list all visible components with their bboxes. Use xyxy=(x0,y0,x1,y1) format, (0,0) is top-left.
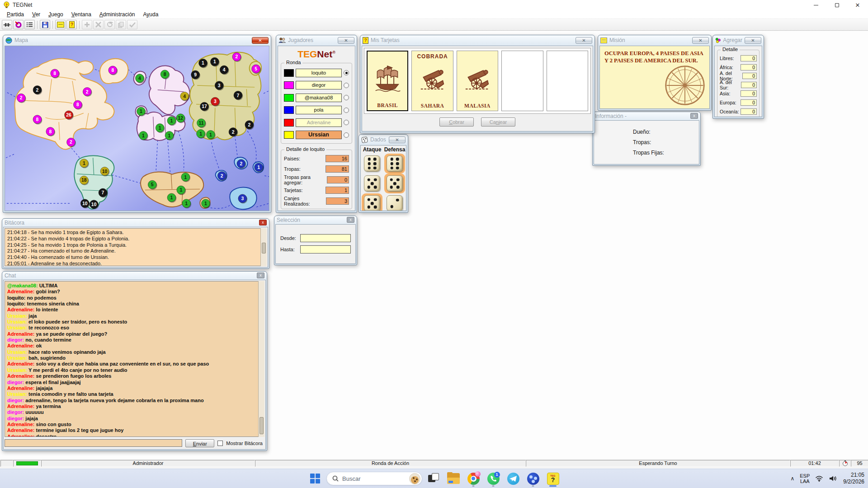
whatsapp-button[interactable]: 1 xyxy=(485,470,502,487)
menu-juego[interactable]: Juego xyxy=(44,10,67,19)
canjear-button[interactable]: Canjear xyxy=(481,117,515,127)
close-button[interactable]: ✕ xyxy=(847,0,868,10)
chrome-button[interactable] xyxy=(465,470,482,487)
seleccion-titlebar[interactable]: Selección x xyxy=(274,216,357,224)
tegnet-taskbar-button[interactable]: TEG? xyxy=(544,470,561,487)
detail-row: Tropas:81 xyxy=(284,165,349,173)
minimize-button[interactable] xyxy=(806,0,826,10)
tarjetas-title: Mis Tarjetas xyxy=(371,37,400,43)
dice-icon xyxy=(361,136,368,143)
cards-help-button[interactable]: ? xyxy=(66,20,77,29)
menu-administración[interactable]: Administración xyxy=(95,10,139,19)
bitacora-close-button[interactable]: x xyxy=(259,220,267,225)
dados-close-button[interactable]: ✕ xyxy=(389,136,406,143)
menu-ventana[interactable]: Ventana xyxy=(67,10,95,19)
card-slot-empty[interactable] xyxy=(547,51,588,111)
region-label: A. del Sur: xyxy=(720,80,741,90)
svg-text:12: 12 xyxy=(178,116,184,121)
mission-note-button[interactable] xyxy=(55,20,66,29)
chat-input[interactable] xyxy=(5,439,182,447)
chat-scrollbar[interactable] xyxy=(258,281,264,437)
dice-grid: Ataque Defensa xyxy=(361,145,406,211)
attack-button xyxy=(93,20,104,29)
hasta-input[interactable] xyxy=(300,245,351,253)
end-turn-icon xyxy=(129,22,136,28)
add-troops-button xyxy=(82,20,92,29)
server-list-button[interactable] xyxy=(24,20,35,29)
jugadores-close-button[interactable]: ✕ xyxy=(338,37,354,44)
player-radio[interactable] xyxy=(344,132,349,138)
agregar-titlebar[interactable]: Agregar ✕ xyxy=(713,35,764,45)
chat-message: Adrenaline: se prendieron fuego los arbo… xyxy=(7,373,262,379)
game-app-button[interactable] xyxy=(524,470,542,487)
chat-message: Urssian: Y me perdi el 4to canje por no … xyxy=(7,367,262,373)
bitacora-scrollbar[interactable] xyxy=(260,228,267,266)
card-slot-empty[interactable] xyxy=(501,51,543,111)
telegram-button[interactable] xyxy=(505,470,522,487)
cobrar-button[interactable]: Cobrar xyxy=(439,117,474,127)
player-radio[interactable] xyxy=(344,70,349,75)
mision-close-button[interactable]: ✕ xyxy=(692,37,709,44)
chat-close-button[interactable]: x xyxy=(257,272,264,278)
dados-title: Dados xyxy=(370,136,386,143)
card-brasil[interactable]: BRASIL xyxy=(367,51,408,111)
player-radio[interactable] xyxy=(344,120,349,125)
chat-author: Urssian: xyxy=(7,325,28,330)
mision-titlebar[interactable]: Misión ✕ xyxy=(598,35,711,45)
mapa-close-button[interactable]: ✕ xyxy=(252,37,269,44)
info-field-label: Dueño: xyxy=(633,129,699,135)
detail-label: Tropas para agregar: xyxy=(284,174,327,185)
players-icon xyxy=(278,37,286,43)
clock-date[interactable]: 21:059/2/2026 xyxy=(843,472,864,485)
show-log-checkbox[interactable] xyxy=(217,441,223,446)
tarjetas-titlebar[interactable]: ? Mis Tarjetas ✕ xyxy=(360,35,594,45)
disconnect-button[interactable] xyxy=(13,20,24,29)
window-bitacora: Bitácora x 21:04:18 - Se ha movido 1 tro… xyxy=(2,218,269,269)
informacion-titlebar[interactable]: Información - x xyxy=(593,112,700,120)
attack-icon xyxy=(95,22,101,28)
defense-die-1-value-6 xyxy=(384,154,405,174)
card-name: BRASIL xyxy=(368,103,407,108)
search-box[interactable]: Buscar xyxy=(326,472,422,485)
seleccion-close-button[interactable]: x xyxy=(347,217,354,223)
card-sahara[interactable]: COBRADASAHARA xyxy=(411,51,453,111)
card-malasia[interactable]: MALASIA xyxy=(457,51,498,111)
file-explorer-button[interactable] xyxy=(445,470,462,487)
player-radio[interactable] xyxy=(344,108,349,113)
chat-titlebar[interactable]: Chat x xyxy=(2,272,267,279)
status-bar: AdministradorRonda de AcciónEsperando Tu… xyxy=(0,459,868,468)
language-indicator[interactable]: ESPLAA xyxy=(800,473,810,484)
menu-ayuda[interactable]: Ayuda xyxy=(139,10,163,19)
connect-button[interactable] xyxy=(2,20,12,29)
menu-partida[interactable]: Partida xyxy=(3,10,28,19)
add-troops-icon xyxy=(84,22,90,28)
attack-die-3-value-5 xyxy=(362,193,382,211)
player-radio[interactable] xyxy=(344,95,349,100)
player-radio[interactable] xyxy=(344,83,349,88)
task-view-button-button[interactable] xyxy=(425,470,442,487)
jugadores-titlebar[interactable]: Jugadores ✕ xyxy=(276,35,357,45)
svg-text:8: 8 xyxy=(36,117,39,122)
agregar-close-button[interactable]: ✕ xyxy=(745,37,761,44)
player-color-swatch xyxy=(284,106,294,114)
tray-chevron-icon[interactable]: ∧ xyxy=(790,475,794,482)
maximize-button[interactable] xyxy=(826,0,847,10)
speaker-icon[interactable] xyxy=(829,475,838,482)
detalle-label: Detalle de loquito xyxy=(284,146,326,152)
send-button[interactable]: Enviar xyxy=(185,439,214,447)
game-map: 8222826882848411111211124935371711112211… xyxy=(5,46,269,211)
tarjetas-close-button[interactable]: ✕ xyxy=(576,37,592,44)
dados-titlebar[interactable]: Dados ✕ xyxy=(359,135,408,145)
add-troops-window-icon xyxy=(715,37,721,44)
desde-input[interactable] xyxy=(300,234,351,242)
wifi-icon[interactable] xyxy=(815,475,823,482)
mapa-titlebar[interactable]: Mapa ✕ xyxy=(3,35,271,45)
svg-text:7: 7 xyxy=(102,190,104,195)
menu-ver[interactable]: Ver xyxy=(28,10,44,19)
player-name: diegor xyxy=(296,81,342,89)
defense-die-3-value-2 xyxy=(384,193,405,211)
save-button[interactable] xyxy=(40,20,50,29)
start-button-button[interactable] xyxy=(307,470,324,487)
bitacora-titlebar[interactable]: Bitácora x xyxy=(2,219,269,226)
informacion-close-button[interactable]: x xyxy=(690,113,698,119)
